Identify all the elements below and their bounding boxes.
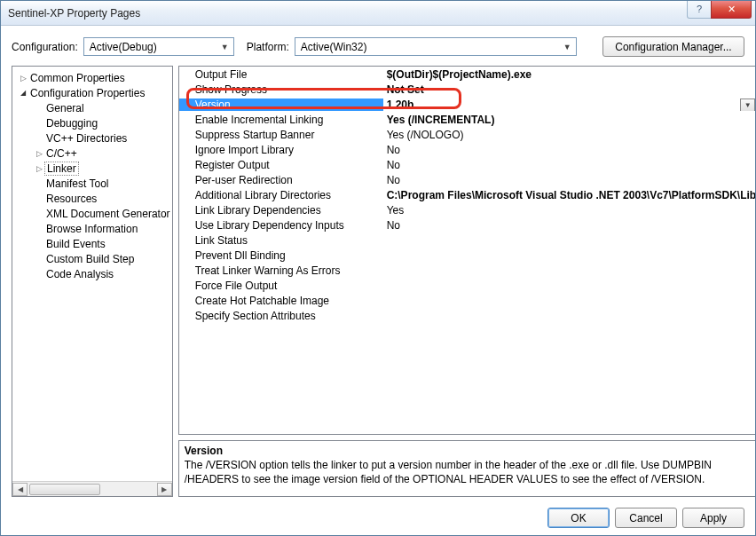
tree-item-label: Resources xyxy=(44,193,98,205)
property-row[interactable]: Link Status xyxy=(179,233,756,248)
tree-item[interactable]: Code Analysis xyxy=(12,266,172,281)
property-row[interactable]: Enable Incremental LinkingYes (/INCREMEN… xyxy=(179,112,756,127)
tree-item[interactable]: ▷Linker xyxy=(12,161,172,176)
property-row[interactable]: Specify Section Attributes xyxy=(179,308,756,323)
tree-item[interactable]: Resources xyxy=(12,191,172,206)
tree-item-label: Build Events xyxy=(44,238,107,250)
configuration-bar: Configuration: Active(Debug) ▼ Platform:… xyxy=(1,26,755,66)
property-value[interactable]: Not Set xyxy=(383,83,756,96)
configuration-manager-button[interactable]: Configuration Manager... xyxy=(602,36,744,57)
tree-item[interactable]: XML Document Generator xyxy=(12,206,172,221)
tree-item[interactable]: ▷Common Properties xyxy=(12,70,172,85)
property-name: Register Output xyxy=(179,159,383,171)
property-name: Use Library Dependency Inputs xyxy=(179,219,383,232)
property-value[interactable]: No xyxy=(383,159,756,171)
tree-item-label: Manifest Tool xyxy=(44,177,110,190)
property-name: Enable Incremental Linking xyxy=(179,114,383,126)
tree-item-label: VC++ Directories xyxy=(44,132,129,145)
tree-item-label: Custom Build Step xyxy=(44,253,136,265)
property-name: Link Library Dependencies xyxy=(179,204,383,217)
chevron-down-icon: ▼ xyxy=(218,40,232,53)
tree-item-label: Linker xyxy=(44,162,79,176)
property-name: Create Hot Patchable Image xyxy=(179,295,383,307)
apply-button[interactable]: Apply xyxy=(682,508,744,528)
property-name: Specify Section Attributes xyxy=(179,310,383,322)
category-tree: ▷Common Properties◢Configuration Propert… xyxy=(12,66,173,497)
tree-expander-icon[interactable]: ◢ xyxy=(18,89,28,97)
property-name: Ignore Import Library xyxy=(179,144,383,156)
property-row[interactable]: Output File$(OutDir)$(ProjectName).exe xyxy=(179,67,756,82)
help-icon: ? xyxy=(697,4,702,14)
property-value[interactable]: 1.20b▼ xyxy=(383,99,756,111)
property-value[interactable]: No xyxy=(383,174,756,186)
property-row[interactable]: Register OutputNo xyxy=(179,157,756,172)
ok-button[interactable]: OK xyxy=(547,508,610,528)
scroll-right-icon[interactable]: ▶ xyxy=(157,483,172,496)
scroll-left-icon[interactable]: ◀ xyxy=(12,483,28,496)
configuration-label: Configuration: xyxy=(12,41,78,53)
tree-item[interactable]: Build Events xyxy=(12,236,172,251)
description-panel: Version The /VERSION option tells the li… xyxy=(178,440,756,497)
property-value[interactable]: Yes (/NOLOGO) xyxy=(383,129,756,141)
window-title: Sentinel-XP Property Pages xyxy=(8,7,687,20)
property-value[interactable]: C:\Program Files\Microsoft Visual Studio… xyxy=(383,189,756,201)
property-name: Link Status xyxy=(179,234,383,247)
property-name: Version xyxy=(179,99,383,111)
chevron-down-icon: ▼ xyxy=(561,40,574,53)
property-row[interactable]: Prevent Dll Binding xyxy=(179,248,756,263)
tree-item[interactable]: Custom Build Step xyxy=(12,251,172,266)
help-button[interactable]: ? xyxy=(687,1,712,19)
scroll-thumb[interactable] xyxy=(29,484,100,495)
close-button[interactable]: ✕ xyxy=(711,1,752,19)
tree-expander-icon[interactable]: ▷ xyxy=(34,149,44,158)
property-value[interactable]: $(OutDir)$(ProjectName).exe xyxy=(383,68,756,81)
window-controls: ? ✕ xyxy=(687,1,755,19)
property-value[interactable]: No xyxy=(383,219,756,232)
property-row[interactable]: Treat Linker Warning As Errors xyxy=(179,263,756,278)
tree-item[interactable]: VC++ Directories xyxy=(12,130,172,146)
configuration-combo[interactable]: Active(Debug) ▼ xyxy=(83,37,234,56)
close-icon: ✕ xyxy=(728,4,736,15)
property-row[interactable]: Version1.20b▼ xyxy=(179,97,756,112)
tree-body[interactable]: ▷Common Properties◢Configuration Propert… xyxy=(12,67,172,481)
tree-item[interactable]: Debugging xyxy=(12,115,172,130)
tree-item-label: General xyxy=(44,102,86,114)
property-grid: Output File$(OutDir)$(ProjectName).exeSh… xyxy=(178,66,756,435)
tree-item[interactable]: ◢Configuration Properties xyxy=(12,85,172,100)
tree-item[interactable]: Manifest Tool xyxy=(12,176,172,191)
dialog-buttons: OK Cancel Apply xyxy=(1,504,755,536)
tree-scrollbar[interactable]: ◀ ▶ xyxy=(12,481,172,496)
chevron-down-icon[interactable]: ▼ xyxy=(740,99,755,111)
property-row[interactable]: Per-user RedirectionNo xyxy=(179,172,756,187)
property-name: Output File xyxy=(179,68,383,81)
property-row[interactable]: Suppress Startup BannerYes (/NOLOGO) xyxy=(179,127,756,142)
property-row[interactable]: Create Hot Patchable Image xyxy=(179,293,756,308)
property-name: Treat Linker Warning As Errors xyxy=(179,264,383,277)
platform-value: Active(Win32) xyxy=(301,41,367,53)
property-name: Prevent Dll Binding xyxy=(179,249,383,262)
property-name: Suppress Startup Banner xyxy=(179,129,383,141)
property-value[interactable]: Yes xyxy=(383,204,756,217)
right-pane: Output File$(OutDir)$(ProjectName).exeSh… xyxy=(178,66,756,497)
main-area: ▷Common Properties◢Configuration Propert… xyxy=(1,66,755,504)
platform-combo[interactable]: Active(Win32) ▼ xyxy=(295,37,577,56)
tree-item-label: XML Document Generator xyxy=(44,208,172,220)
property-row[interactable]: Additional Library DirectoriesC:\Program… xyxy=(179,187,756,202)
tree-item[interactable]: ▷C/C++ xyxy=(12,146,172,161)
tree-expander-icon[interactable]: ▷ xyxy=(18,74,28,83)
property-row[interactable]: Link Library DependenciesYes xyxy=(179,202,756,217)
property-value[interactable]: No xyxy=(383,144,756,156)
property-grid-body[interactable]: Output File$(OutDir)$(ProjectName).exeSh… xyxy=(179,67,756,434)
property-row[interactable]: Use Library Dependency InputsNo xyxy=(179,217,756,233)
property-name: Additional Library Directories xyxy=(179,189,383,201)
property-row[interactable]: Force File Output xyxy=(179,278,756,293)
tree-item[interactable]: General xyxy=(12,100,172,115)
property-row[interactable]: Show ProgressNot Set xyxy=(179,82,756,97)
property-value[interactable]: Yes (/INCREMENTAL) xyxy=(383,114,756,126)
property-row[interactable]: Ignore Import LibraryNo xyxy=(179,142,756,157)
description-title: Version xyxy=(185,445,752,457)
cancel-button[interactable]: Cancel xyxy=(615,508,677,528)
tree-expander-icon[interactable]: ▷ xyxy=(34,164,44,173)
tree-item-label: Common Properties xyxy=(28,72,127,84)
tree-item[interactable]: Browse Information xyxy=(12,221,172,236)
